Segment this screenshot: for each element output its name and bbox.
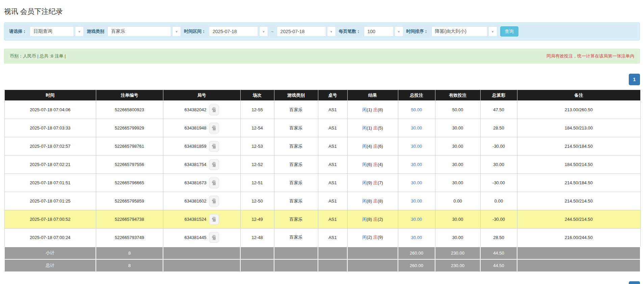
chevron-down-icon[interactable]: ▾ <box>259 26 268 37</box>
cell-total-bet: 30.00 <box>398 119 435 137</box>
round-number: 634381948 <box>184 125 206 131</box>
total-cell-note <box>517 259 640 272</box>
chevron-down-icon[interactable]: ▾ <box>395 26 403 37</box>
result-banker-count: (6) <box>378 144 383 149</box>
game-type-select[interactable]: 百家乐 ▾ <box>107 26 181 37</box>
round-cell-content: 634381445 <box>184 232 219 243</box>
total-bet-link[interactable]: 30.00 <box>411 144 422 149</box>
date-to-select[interactable]: 2025-07-18 ▾ <box>277 26 336 37</box>
film-icon <box>211 162 217 167</box>
table-row: 2025-07-18 07:00:24522665793749634381445… <box>4 229 640 247</box>
result-player-label: 闲 <box>362 125 367 131</box>
pagination-top: 1 <box>4 74 640 85</box>
total-bet-link[interactable]: 30.00 <box>411 162 422 167</box>
result-player-label: 闲 <box>362 107 367 112</box>
page-1-button[interactable]: 1 <box>629 74 640 85</box>
film-icon <box>211 235 217 240</box>
date-to-value[interactable]: 2025-07-18 <box>277 26 326 37</box>
cell-bet-no: 522665795859 <box>96 192 163 210</box>
time-order-select[interactable]: 降冪(由大到小) ▾ <box>431 26 497 37</box>
cell-note: 244.50/214.50 <box>517 210 640 229</box>
table-row: 2025-07-18 07:02:21522665797556634381754… <box>4 156 640 174</box>
cell-table-no: AS1 <box>318 101 347 119</box>
cell-result: 闲(9) 庄(7) <box>347 174 398 192</box>
cell-total-bet: 30.00 <box>398 229 435 247</box>
result-player-label: 闲 <box>362 144 367 149</box>
result-banker-count: (9) <box>378 235 383 240</box>
film-icon <box>211 125 217 131</box>
search-button[interactable]: 查询 <box>500 26 518 37</box>
cell-note: 184.50/213.00 <box>517 119 640 137</box>
result-banker-count: (5) <box>378 125 383 131</box>
column-header: 时间 <box>4 90 96 101</box>
cell-total-bet: 30.00 <box>398 156 435 174</box>
total-bet-link[interactable]: 30.00 <box>411 180 422 185</box>
video-replay-button[interactable] <box>209 214 219 225</box>
video-replay-button[interactable] <box>209 104 219 115</box>
total-row: 小计8260.00230.0044.50 <box>4 247 640 259</box>
total-bet-link[interactable]: 30.00 <box>411 198 422 204</box>
chevron-down-icon[interactable]: ▾ <box>327 26 336 37</box>
date-from-select[interactable]: 2025-07-18 ▾ <box>209 26 268 37</box>
cell-table-no: AS1 <box>318 192 347 210</box>
pagination-bottom: 1 <box>4 281 640 284</box>
total-bet-link[interactable]: 30.00 <box>411 235 422 240</box>
result-player-label: 闲 <box>362 162 367 167</box>
page-1-button-bottom[interactable]: 1 <box>629 281 640 284</box>
cell-time: 2025-07-18 07:00:52 <box>4 210 96 229</box>
cell-payout: 47.50 <box>480 101 517 119</box>
page-size-value[interactable]: 100 <box>364 26 394 37</box>
cell-valid-bet: 30.00 <box>435 210 480 229</box>
video-replay-button[interactable] <box>209 196 219 207</box>
cell-round-no: 634381754 <box>163 156 240 174</box>
round-number: 634381602 <box>184 198 206 204</box>
video-replay-button[interactable] <box>209 141 219 152</box>
total-bet-link[interactable]: 30.00 <box>411 217 422 222</box>
round-cell-content: 634382042 <box>184 104 219 115</box>
result-banker-label: 庄 <box>373 144 378 149</box>
game-type-value[interactable]: 百家乐 <box>107 26 171 37</box>
video-replay-button[interactable] <box>209 178 219 188</box>
page: 视讯 会员下注纪录 请选择： 日期查询 ▾ 游戏类别 百家乐 ▾ 时间区间： 2… <box>0 7 644 284</box>
video-replay-button[interactable] <box>209 123 219 134</box>
total-bet-link[interactable]: 30.00 <box>411 125 422 131</box>
film-icon <box>211 198 217 204</box>
round-cell-content: 634381602 <box>184 196 219 207</box>
chevron-down-icon[interactable]: ▾ <box>75 26 84 37</box>
date-from-value[interactable]: 2025-07-18 <box>209 26 258 37</box>
result-banker-count: (8) <box>378 198 383 204</box>
total-cell-valid-bet: 230.00 <box>435 259 480 272</box>
query-type-select[interactable]: 日期查询 ▾ <box>30 26 84 37</box>
film-icon <box>211 216 217 222</box>
video-replay-button[interactable] <box>209 159 219 170</box>
query-type-value[interactable]: 日期查询 <box>30 26 74 37</box>
cell-table-no: AS1 <box>318 174 347 192</box>
result-player-count: (8) <box>367 217 373 222</box>
round-number: 634381445 <box>184 235 206 240</box>
cell-game: 百家乐 <box>274 101 318 119</box>
page-size-label: 每页笔数： <box>339 28 361 34</box>
chevron-down-icon[interactable]: ▾ <box>172 26 181 37</box>
cell-round-no: 634381948 <box>163 119 240 137</box>
cell-session: 12-51 <box>240 174 274 192</box>
result-banker-count: (8) <box>378 107 383 112</box>
total-bet-link[interactable]: 50.00 <box>411 107 422 112</box>
result-player-label: 闲 <box>362 235 367 240</box>
total-cell-game <box>274 259 318 272</box>
video-replay-button[interactable] <box>209 232 219 243</box>
result-player-count: (4) <box>367 144 373 149</box>
chevron-down-icon[interactable]: ▾ <box>488 26 497 37</box>
round-number: 634381754 <box>184 162 206 167</box>
column-header: 桌号 <box>318 90 347 101</box>
total-cell-table-no <box>318 259 347 272</box>
total-cell-session <box>240 247 274 259</box>
result-player-count: (6) <box>367 162 373 167</box>
column-header: 总投注 <box>398 90 435 101</box>
cell-valid-bet: 30.00 <box>435 137 480 156</box>
page-size-select[interactable]: 100 ▾ <box>364 26 403 37</box>
table-row: 2025-07-18 07:03:33522665799929634381948… <box>4 119 640 137</box>
result-banker-label: 庄 <box>373 235 378 240</box>
time-order-value[interactable]: 降冪(由大到小) <box>431 26 487 37</box>
cell-result: 闲(1) 庄(5) <box>347 119 398 137</box>
table-footer: 小计8260.00230.0044.50总计8260.00230.0044.50 <box>4 247 640 272</box>
